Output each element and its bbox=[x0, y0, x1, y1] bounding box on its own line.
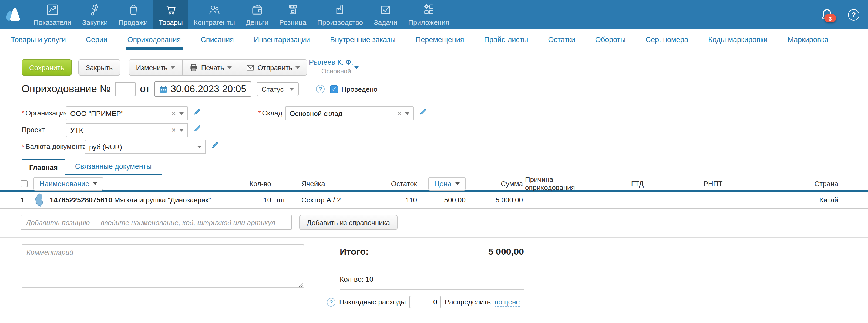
project-edit-icon[interactable] bbox=[193, 125, 201, 134]
warehouse-edit-icon[interactable] bbox=[419, 108, 427, 117]
required-asterisk: * bbox=[258, 109, 261, 117]
edit-button[interactable]: Изменить bbox=[128, 59, 183, 75]
table-row[interactable]: 1 1476522528075610 Мягкая игрушка "Диноз… bbox=[0, 192, 868, 209]
currency-edit-icon[interactable] bbox=[211, 141, 219, 151]
add-from-catalog-button[interactable]: Добавить из справочника bbox=[299, 215, 398, 230]
chevron-down-icon bbox=[171, 66, 175, 69]
nav-item-indicators[interactable]: Показатели bbox=[28, 0, 77, 29]
nav-label: Продажи bbox=[119, 18, 148, 27]
currency-label: *Валюта документа bbox=[22, 142, 86, 151]
document-date-field[interactable]: 30.06.2023 20:05 bbox=[154, 82, 251, 97]
product-name-cell[interactable]: 1476522528075610 Мягкая игрушка "Динозав… bbox=[50, 196, 240, 204]
nav-item-production[interactable]: Производство bbox=[312, 0, 369, 29]
nav-item-counterparties[interactable]: Контрагенты bbox=[188, 0, 240, 29]
column-qty: Кол-во bbox=[249, 180, 271, 188]
notifications-button[interactable]: 3 bbox=[820, 7, 834, 22]
nav-item-purchases[interactable]: Закупки bbox=[77, 0, 113, 29]
posted-help-icon[interactable]: ? bbox=[316, 85, 324, 93]
chevron-down-icon bbox=[455, 182, 460, 185]
app-logo[interactable] bbox=[0, 0, 28, 29]
subnav-movements[interactable]: Перемещения bbox=[415, 29, 464, 50]
nav-item-tasks[interactable]: Задачи bbox=[368, 0, 403, 29]
country-cell[interactable]: Китай bbox=[819, 196, 838, 204]
unit-cell: шт bbox=[271, 196, 295, 204]
posted-label: Проведено bbox=[341, 85, 377, 93]
document-footer: Итого: 5 000,00 Кол-во: 10 ? Накладные р… bbox=[0, 245, 868, 308]
overhead-input[interactable] bbox=[410, 296, 441, 308]
send-button[interactable]: Отправить bbox=[239, 59, 308, 75]
people-icon bbox=[207, 3, 221, 17]
subnav-writeoffs[interactable]: Списания bbox=[201, 29, 234, 50]
subnav-internal-orders[interactable]: Внутренние заказы bbox=[330, 29, 396, 50]
nav-item-retail[interactable]: Розница bbox=[274, 0, 312, 29]
subnav-inventories[interactable]: Инвентаризации bbox=[254, 29, 310, 50]
screen: Показатели Закупки Продажи Товары Контра bbox=[0, 0, 868, 323]
tab-linked-documents[interactable]: Связанные документы bbox=[65, 159, 161, 175]
totals-block: Итого: 5 000,00 Кол-во: 10 ? Накладные р… bbox=[327, 245, 524, 308]
required-asterisk: * bbox=[22, 109, 24, 117]
question-icon: ? bbox=[851, 10, 856, 19]
help-button[interactable]: ? bbox=[848, 9, 859, 20]
select-all-checkbox[interactable] bbox=[21, 180, 28, 187]
cell-cell[interactable]: Сектор А / 2 bbox=[295, 196, 387, 204]
qty-cell[interactable]: 10 bbox=[263, 196, 271, 204]
save-button[interactable]: Сохранить bbox=[22, 59, 71, 75]
price-cell[interactable]: 500,00 bbox=[444, 196, 466, 204]
subnav-serial-numbers[interactable]: Сер. номера bbox=[646, 29, 688, 50]
moysklad-app: Показатели Закупки Продажи Товары Контра bbox=[0, 0, 868, 323]
warehouse-select[interactable]: Основной склад × bbox=[285, 106, 414, 120]
subnav-price-lists[interactable]: Прайс-листы bbox=[484, 29, 528, 50]
column-price-button[interactable]: Цена bbox=[428, 177, 466, 190]
subnav-goods-services[interactable]: Товары и услуги bbox=[11, 29, 66, 50]
chevron-down-icon bbox=[179, 112, 184, 115]
status-select[interactable]: Статус bbox=[256, 82, 299, 96]
user-department: Основной bbox=[309, 67, 351, 75]
subnav-receipts[interactable]: Оприходования bbox=[127, 29, 181, 50]
print-button[interactable]: Печать bbox=[182, 59, 239, 75]
currency-select[interactable]: руб (RUB) bbox=[85, 140, 206, 154]
sum-cell: 5 000,00 bbox=[496, 196, 523, 204]
nav-item-sales[interactable]: Продажи bbox=[113, 0, 153, 29]
wallet-icon bbox=[250, 3, 264, 17]
nav-label: Контрагенты bbox=[194, 18, 235, 27]
bag-icon bbox=[126, 3, 140, 17]
column-name-button[interactable]: Наименование bbox=[33, 177, 103, 190]
notifications-badge: 3 bbox=[824, 14, 836, 22]
tab-main[interactable]: Главная bbox=[22, 159, 65, 175]
distribute-mode-link[interactable]: по цене bbox=[495, 298, 520, 306]
subnav-stock[interactable]: Остатки bbox=[548, 29, 575, 50]
nav-item-money[interactable]: Деньги bbox=[240, 0, 274, 29]
total-value: 5 000,00 bbox=[488, 247, 524, 257]
stock-cell: 110 bbox=[406, 196, 417, 204]
organization-select[interactable]: ООО "ПРИМЕР" × bbox=[66, 106, 188, 120]
product-image[interactable] bbox=[33, 193, 45, 207]
clear-icon[interactable]: × bbox=[172, 126, 176, 134]
document-number-input[interactable] bbox=[115, 82, 135, 96]
chart-icon bbox=[45, 3, 59, 17]
subnav-series[interactable]: Серии bbox=[86, 29, 107, 50]
subnav-marking-codes[interactable]: Коды маркировки bbox=[708, 29, 768, 50]
handtruck-icon bbox=[88, 3, 102, 17]
overhead-label: Накладные расходы bbox=[339, 298, 406, 306]
organization-edit-icon[interactable] bbox=[193, 108, 201, 117]
project-select[interactable]: УТК × bbox=[66, 123, 188, 137]
nav-item-goods[interactable]: Товары bbox=[153, 0, 188, 29]
add-position-input[interactable] bbox=[21, 215, 292, 230]
check-icon: ✓ bbox=[332, 86, 337, 93]
subnav-marking[interactable]: Маркировка bbox=[787, 29, 829, 50]
column-stock: Остаток bbox=[391, 180, 417, 188]
clear-icon[interactable]: × bbox=[172, 109, 176, 117]
comment-textarea[interactable] bbox=[22, 245, 304, 288]
overhead-help-icon[interactable]: ? bbox=[327, 298, 335, 306]
nav-label: Производство bbox=[317, 18, 363, 27]
positions-section: Наименование Кол-во Ячейка Остаток Цена … bbox=[0, 175, 868, 308]
user-menu[interactable]: Рылеев К. Ф. Основной bbox=[309, 58, 351, 75]
nav-item-apps[interactable]: Приложения bbox=[403, 0, 455, 29]
document-header: Оприходование № от 30.06.2023 20:05 Стат… bbox=[22, 81, 377, 97]
close-button[interactable]: Закрыть bbox=[78, 59, 120, 75]
subnav-turnover[interactable]: Обороты bbox=[595, 29, 626, 50]
user-name[interactable]: Рылеев К. Ф. bbox=[309, 58, 351, 66]
nav-label: Розница bbox=[279, 18, 307, 27]
clear-icon[interactable]: × bbox=[398, 109, 401, 117]
posted-checkbox[interactable]: ✓ bbox=[330, 85, 338, 93]
